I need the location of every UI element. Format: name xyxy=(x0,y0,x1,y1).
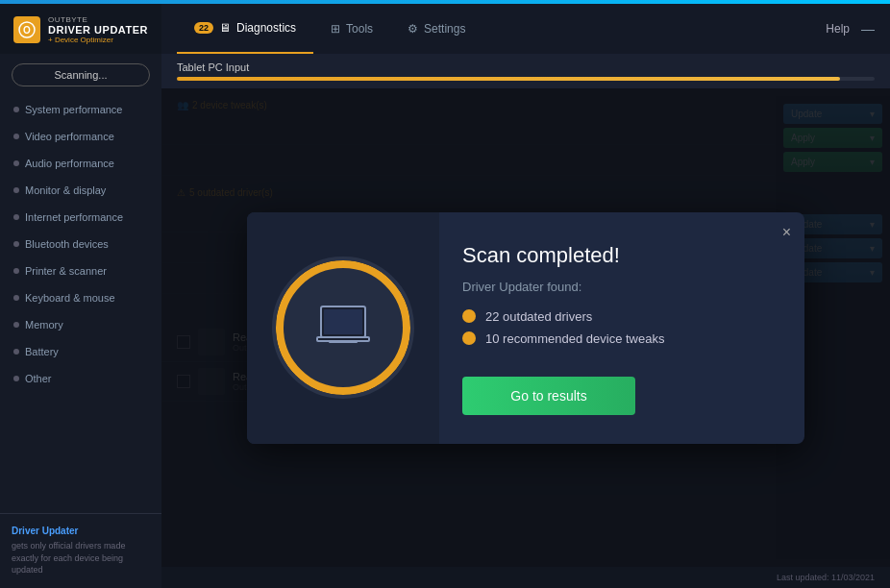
sidebar-item-label: System performance xyxy=(25,104,122,115)
scan-button[interactable]: Scanning... xyxy=(12,63,150,86)
nav-dot xyxy=(13,268,19,274)
go-to-results-button[interactable]: Go to results xyxy=(462,377,635,415)
nav-dot xyxy=(13,160,19,166)
sidebar-item-memory[interactable]: Memory xyxy=(0,311,161,338)
modal-content: Scan completed! Driver Updater found: 22… xyxy=(439,212,804,444)
nav-dot xyxy=(13,134,19,139)
tools-icon: ⊞ xyxy=(331,22,340,36)
laptop-icon xyxy=(309,299,377,356)
brand-top: Outbyte xyxy=(48,15,148,24)
sidebar-item-label: Memory xyxy=(25,319,63,331)
app-container: O Outbyte DRIVER UPDATER + Device Optimi… xyxy=(0,4,890,588)
sidebar-brand: Outbyte DRIVER UPDATER + Device Optimize… xyxy=(48,15,148,44)
top-nav: 22 🖥 Diagnostics ⊞ Tools ⚙ Settings Help… xyxy=(161,4,890,54)
svg-rect-2 xyxy=(321,306,365,337)
brand-main: DRIVER UPDATER xyxy=(48,24,148,36)
help-button[interactable]: Help xyxy=(826,22,850,36)
minimize-button[interactable]: — xyxy=(861,21,875,37)
sidebar-item-system-performance[interactable]: System performance xyxy=(0,96,161,123)
sidebar-footer: Driver Updater gets only official driver… xyxy=(0,513,161,588)
sidebar-item-label: Other xyxy=(25,373,52,384)
diagnostics-label: Diagnostics xyxy=(236,21,296,35)
diagnostics-icon: 🖥 xyxy=(219,21,231,35)
nav-dot xyxy=(13,349,19,355)
svg-rect-4 xyxy=(317,337,369,341)
result-dot-1 xyxy=(462,309,476,323)
nav-dot xyxy=(13,376,19,381)
sidebar-item-label: Internet performance xyxy=(25,211,123,223)
last-updated: Last updated: 11/03/2021 xyxy=(777,573,875,582)
sidebar-item-monitor-display[interactable]: Monitor & display xyxy=(0,177,161,204)
nav-dot xyxy=(13,241,19,247)
result-item-2: 10 recommended device tweaks xyxy=(462,331,776,346)
scan-complete-modal: × xyxy=(247,212,804,444)
nav-dot xyxy=(13,107,19,112)
sidebar-nav: System performance Video performance Aud… xyxy=(0,96,161,513)
modal-subtitle: Driver Updater found: xyxy=(462,280,776,294)
tools-label: Tools xyxy=(346,22,373,36)
sidebar-item-keyboard-mouse[interactable]: Keyboard & mouse xyxy=(0,284,161,311)
sidebar-item-label: Printer & scanner xyxy=(25,265,107,277)
tab-tools[interactable]: ⊞ Tools xyxy=(313,4,390,54)
svg-rect-3 xyxy=(324,309,362,334)
settings-label: Settings xyxy=(424,22,465,36)
progress-area: Tablet PC Input xyxy=(161,54,890,88)
modal-illustration xyxy=(247,212,439,444)
sidebar-item-label: Battery xyxy=(25,346,59,357)
result-text-1: 22 outdated drivers xyxy=(485,309,592,324)
sidebar: O Outbyte DRIVER UPDATER + Device Optimi… xyxy=(0,4,161,588)
progress-bar-background xyxy=(177,77,875,81)
laptop-circle xyxy=(276,260,410,395)
brand-sub: + Device Optimizer xyxy=(48,36,148,44)
progress-label: Tablet PC Input xyxy=(177,61,875,73)
progress-bar-fill xyxy=(177,77,840,81)
result-text-2: 10 recommended device tweaks xyxy=(485,331,664,346)
nav-dot xyxy=(13,214,19,220)
tab-diagnostics[interactable]: 22 🖥 Diagnostics xyxy=(177,4,313,54)
nav-dot xyxy=(13,187,19,193)
sidebar-item-printer-scanner[interactable]: Printer & scanner xyxy=(0,257,161,284)
sidebar-item-battery[interactable]: Battery xyxy=(0,338,161,365)
sidebar-item-label: Keyboard & mouse xyxy=(25,292,115,304)
top-nav-right: Help — xyxy=(826,21,875,37)
diagnostics-badge: 22 xyxy=(194,22,213,34)
status-bar: Last updated: 11/03/2021 xyxy=(161,567,890,588)
footer-label: Driver Updater xyxy=(12,526,150,536)
svg-rect-5 xyxy=(329,341,358,343)
settings-icon: ⚙ xyxy=(408,22,418,36)
nav-dot xyxy=(13,295,19,301)
modal-title: Scan completed! xyxy=(462,243,776,268)
nav-tabs: 22 🖥 Diagnostics ⊞ Tools ⚙ Settings xyxy=(177,4,482,54)
sidebar-item-label: Video performance xyxy=(25,131,114,142)
content-area: 👥 2 device tweak(s) ⚠ 5 outdated driver(… xyxy=(161,88,890,567)
sidebar-item-audio-performance[interactable]: Audio performance xyxy=(0,150,161,177)
tab-settings[interactable]: ⚙ Settings xyxy=(390,4,482,54)
sidebar-item-label: Bluetooth devices xyxy=(25,238,109,250)
svg-text:O: O xyxy=(23,25,31,36)
footer-description: gets only official drivers made exactly … xyxy=(12,540,150,576)
modal-overlay: × xyxy=(161,88,890,567)
sidebar-item-label: Audio performance xyxy=(25,158,114,169)
result-dot-2 xyxy=(462,331,476,345)
main-content: 22 🖥 Diagnostics ⊞ Tools ⚙ Settings Help… xyxy=(161,4,890,588)
result-item-1: 22 outdated drivers xyxy=(462,309,776,324)
sidebar-item-label: Monitor & display xyxy=(25,184,106,196)
sidebar-header: O Outbyte DRIVER UPDATER + Device Optimi… xyxy=(0,4,161,54)
sidebar-item-bluetooth-devices[interactable]: Bluetooth devices xyxy=(0,231,161,257)
nav-dot xyxy=(13,322,19,328)
logo-icon: O xyxy=(13,16,40,43)
sidebar-item-other[interactable]: Other xyxy=(0,365,161,392)
sidebar-item-internet-performance[interactable]: Internet performance xyxy=(0,204,161,231)
sidebar-item-video-performance[interactable]: Video performance xyxy=(0,123,161,150)
modal-close-button[interactable]: × xyxy=(782,224,791,241)
